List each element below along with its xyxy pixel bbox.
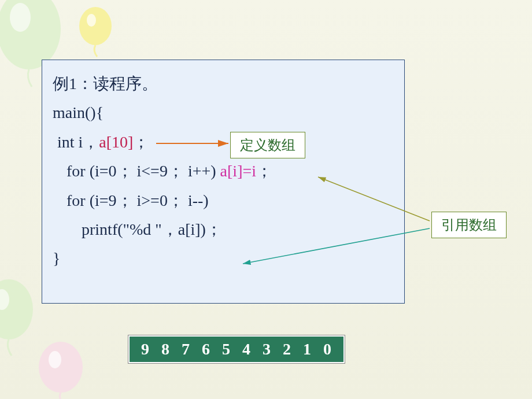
output-box: 9 8 7 6 5 4 3 2 1 0 — [128, 335, 345, 363]
svg-point-0 — [0, 0, 61, 69]
svg-point-4 — [0, 279, 33, 339]
svg-point-2 — [79, 7, 112, 45]
for1-prefix: for (i=0； i<=9； i++) — [66, 162, 220, 180]
decl-suffix: ； — [133, 133, 149, 151]
code-line-closebrace: } — [53, 244, 394, 273]
output-digit: 4 — [242, 340, 251, 358]
output-digit: 1 — [303, 340, 312, 358]
decl-prefix: int i， — [57, 133, 99, 151]
svg-point-1 — [10, 3, 31, 32]
code-block: 例1：读程序。 main(){ int i，a[10]； for (i=0； i… — [42, 60, 405, 304]
code-line-declaration: int i，a[10]； — [53, 128, 394, 157]
output-digit: 6 — [202, 340, 210, 358]
code-line-printf: printf("%d "，a[i])； — [53, 215, 394, 244]
svg-point-7 — [49, 351, 61, 368]
balloon-decoration-yellow — [75, 6, 116, 58]
output-digit: 9 — [141, 340, 150, 358]
output-digit: 2 — [283, 340, 291, 358]
balloon-decoration-left-pink — [35, 341, 87, 399]
callout-define-array: 定义数组 — [230, 132, 305, 158]
code-line-main: main(){ — [53, 98, 394, 127]
array-definition: a[10] — [99, 133, 133, 151]
svg-point-6 — [39, 342, 83, 393]
svg-point-3 — [87, 14, 96, 27]
code-line-for2: for (i=9； i>=0； i--) — [53, 186, 394, 215]
callout-reference-array: 引用数组 — [431, 212, 507, 238]
output-digit: 8 — [161, 340, 170, 358]
output-digit: 7 — [182, 340, 190, 358]
output-digit: 5 — [222, 340, 231, 358]
code-line-for1: for (i=0； i<=9； i++) a[i]=i； — [53, 157, 394, 186]
output-digit: 0 — [323, 340, 332, 358]
output-digit: 3 — [263, 340, 271, 358]
array-assignment: a[i]=i — [220, 162, 256, 180]
for1-suffix: ； — [256, 162, 272, 180]
code-title: 例1：读程序。 — [53, 69, 394, 98]
